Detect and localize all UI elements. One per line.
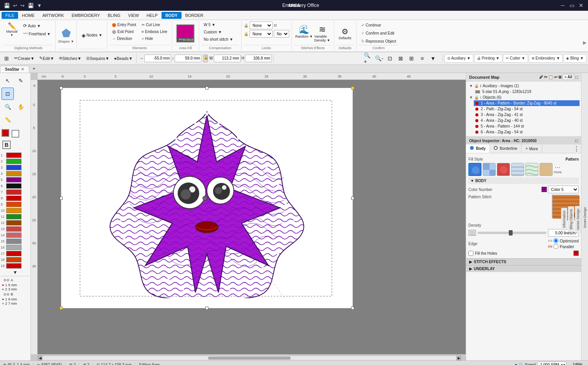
inspector-tab-body[interactable]: Body — [466, 144, 490, 153]
b-label-btn[interactable]: B — [2, 141, 11, 149]
cutter-tab[interactable]: ✂ Cutter ▼ — [503, 54, 528, 63]
tree-obj-5[interactable]: 5 - Area - Pattern - 144 st — [474, 123, 580, 129]
tree-auxiliary[interactable]: ▼ 🔒 ℹ Auxiliary - Images (1) — [468, 83, 580, 89]
doc-map-icon-5[interactable]: ⊞ — [558, 75, 561, 79]
auxiliary-tab[interactable]: ⊙ Auxiliary ▼ — [445, 54, 473, 63]
color-swatch-1[interactable] — [6, 153, 22, 158]
area-fill-preview[interactable]: PTM-0014 — [176, 24, 195, 43]
palette-expand-btn[interactable]: ▼ — [1, 269, 30, 276]
undo-btn[interactable]: ↩ — [12, 2, 18, 9]
ribbon-btn-auto[interactable]: ⟳ Auto ▼ — [21, 22, 53, 30]
density-slider[interactable] — [478, 232, 546, 234]
fill-swatch-2[interactable] — [483, 163, 496, 176]
far-right-vector-design[interactable]: Vector Design — [575, 206, 581, 233]
menu-file[interactable]: FILE — [2, 12, 18, 19]
fill-swatch-more-btn[interactable]: ⋯ more — [554, 165, 562, 174]
doc-map-all-btn[interactable]: ≡ All — [563, 74, 575, 80]
x-coord-input[interactable] — [144, 55, 171, 62]
menu-body[interactable]: BODY — [162, 12, 182, 19]
tool-pan[interactable]: ✋ — [15, 101, 27, 113]
color-swatch-9[interactable] — [6, 202, 22, 207]
inspector-tab-borderline[interactable]: Borderline — [490, 144, 521, 153]
bg-color-swatch[interactable] — [12, 130, 19, 138]
ribbon-btn-manual[interactable]: ✏️ Manual ▼ — [4, 22, 20, 38]
doc-map-icon-2[interactable]: ✂ — [544, 75, 547, 79]
zoom-out-btn[interactable]: 🔍- — [374, 53, 384, 63]
toolbar-grid-btn[interactable]: ⊞ — [2, 53, 12, 63]
lock-size-btn[interactable]: 🔒 — [203, 55, 208, 62]
printing-tab[interactable]: 🖨 Printing ▼ — [474, 54, 502, 63]
zoom-fit-btn[interactable]: ⊡ — [385, 53, 395, 63]
ribbon-compensation-custom[interactable]: Custom ▼ — [202, 29, 239, 35]
far-right-smart-design[interactable]: Smart Design — [582, 204, 588, 231]
tab-close-btn[interactable]: ✕ — [21, 67, 24, 72]
restore-button[interactable]: ▭ — [568, 2, 576, 9]
y-coord-input[interactable] — [175, 55, 202, 62]
toolbar-beads-btn[interactable]: ● Beads ▼ — [112, 53, 135, 63]
edge-parallel-option[interactable]: ≡≡ Parallel — [548, 244, 579, 249]
ribbon-btn-emboss-line[interactable]: ≡ Emboss Line — [139, 28, 170, 35]
edge-optimized-option[interactable]: ≡≡ Optimized — [548, 238, 579, 243]
doc-map-icon-4[interactable]: ↩ — [554, 75, 557, 79]
ribbon-btn-confirm-edit[interactable]: ✓ Confirm and Edit — [359, 30, 398, 37]
color-swatch-6[interactable] — [6, 183, 22, 189]
inspector-expand-btn[interactable]: □ — [575, 138, 578, 143]
quick-actions[interactable]: ▼ — [36, 2, 43, 9]
menu-bling[interactable]: BLING — [104, 12, 124, 19]
ribbon-btn-freehand[interactable]: 〰 FreeHand ▼ — [21, 30, 53, 38]
zoom-in-btn[interactable]: 🔍+ — [363, 53, 373, 63]
zoom-level[interactable]: 145% — [570, 363, 585, 365]
tree-image-file[interactable]: 5-star 01-A.png - 1283x1219 — [474, 89, 580, 95]
far-right-bling-objects[interactable]: Bling Objects — [568, 206, 574, 232]
embroidery-tab[interactable]: ≋ Embroidery ▼ — [529, 54, 563, 63]
scroll-track[interactable] — [43, 357, 456, 360]
color-swatch-19[interactable] — [6, 263, 22, 269]
tree-obj-4[interactable]: 4 - Area - Zig-Zag - 40 st — [474, 118, 580, 123]
menu-border[interactable]: BORDER — [182, 12, 207, 19]
h-coord-input[interactable] — [245, 55, 272, 62]
body-collapse-icon[interactable]: ▼ — [470, 179, 474, 183]
scroll-right-btn[interactable]: ▶ — [456, 356, 461, 360]
ribbon-btn-defaults[interactable]: ⚙ Defaults — [336, 26, 354, 41]
expand-objects[interactable]: ▼ — [469, 95, 473, 100]
tool-active[interactable]: ⊡ — [2, 88, 14, 100]
color-swatch-12[interactable] — [6, 220, 22, 226]
menu-artwork[interactable]: ARTWORK — [38, 12, 68, 19]
ribbon-short-stitch[interactable]: No short stitch ▼ — [202, 36, 239, 43]
ribbon-btn-reprocess[interactable]: ↻ Reprocess Object — [359, 38, 398, 45]
scrollbar-horizontal[interactable]: ◀ ▶ — [38, 355, 461, 360]
toolbar-create-btn[interactable]: ✏ Create ▼ — [12, 53, 37, 63]
edge-radio-optimized[interactable] — [553, 238, 558, 243]
color-swatch-11[interactable] — [6, 214, 22, 219]
tree-obj-3[interactable]: 3 - Area - Zig-Zag - 41 st — [474, 112, 580, 118]
color-swatch-10[interactable] — [6, 208, 22, 213]
edge-radio-parallel[interactable] — [553, 244, 558, 249]
ribbon-btn-random[interactable]: 🌊 Random ▼ — [295, 25, 313, 42]
save-btn[interactable]: 💾 — [27, 2, 35, 9]
shapes-btn[interactable]: Shapes ▼ — [58, 40, 74, 43]
fill-holes-checkbox[interactable] — [468, 251, 473, 256]
ribbon-btn-entry-point[interactable]: ⬤ Entry Point — [110, 22, 138, 28]
ribbon-btn-variable-density[interactable]: ≋ VariableDensity ▼ — [314, 25, 330, 42]
w-coord-input[interactable] — [214, 55, 241, 62]
shapes-icon[interactable]: ⬟ — [62, 27, 71, 40]
zoom-select-btn[interactable]: ⊠ — [396, 53, 406, 63]
inspector-tab-more[interactable]: + More — [521, 144, 542, 153]
redo-btn[interactable]: ↪ — [20, 2, 25, 9]
color-swatch-16[interactable] — [6, 245, 22, 250]
ribbon-compensation-w[interactable]: W 5 ▼ — [202, 22, 239, 28]
new-tab-btn[interactable]: + — [30, 65, 38, 73]
color-select[interactable]: Color 5 — [548, 186, 579, 193]
tool-measure[interactable]: 📏 — [2, 114, 14, 126]
color-swatch-4[interactable] — [6, 171, 22, 176]
secondary-tools-btn[interactable]: ▼ — [428, 53, 438, 63]
color-swatch-5[interactable] — [6, 177, 22, 182]
ribbon-btn-exit-point[interactable]: ⬤ Exit Point — [110, 28, 138, 35]
tree-obj-2[interactable]: 2 - Path - Zig-Zag - 54 st — [474, 106, 580, 112]
properties-btn[interactable]: ≡ — [417, 53, 427, 63]
menu-view[interactable]: VIEW — [124, 12, 143, 19]
fill-swatch-5[interactable] — [525, 163, 538, 176]
color-swatch-8[interactable] — [6, 196, 22, 201]
bling-tab[interactable]: ◈ Bling ▼ — [563, 54, 586, 63]
tree-objects[interactable]: ▼ 🔒 ℹ Objects (6) — [468, 95, 580, 100]
